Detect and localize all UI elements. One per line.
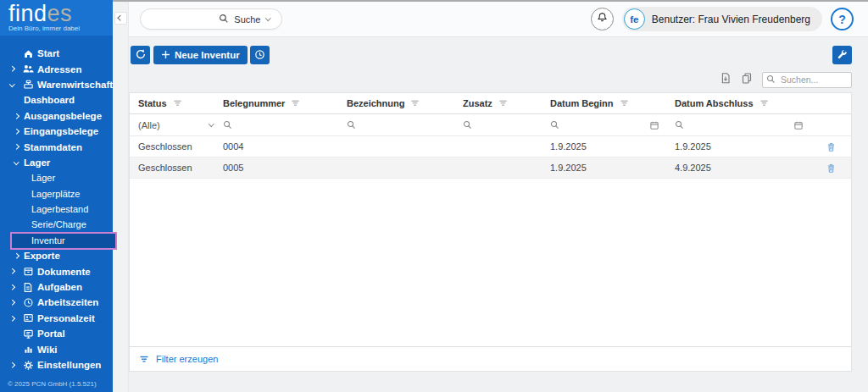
sidebar-item-adressen[interactable]: Adressen — [0, 61, 113, 76]
bezeichnung-filter-cell[interactable] — [338, 120, 454, 130]
export-button[interactable] — [720, 72, 732, 87]
cash-register-icon — [19, 79, 37, 90]
column-header-zusatz[interactable]: Zusatz — [454, 98, 542, 108]
status-filter-cell: (Alle) — [130, 120, 214, 130]
sidebar-item-aufgaben[interactable]: Aufgaben — [0, 279, 113, 295]
filter-icon[interactable] — [173, 99, 182, 108]
sidebar-item-label: Aufgaben — [37, 282, 82, 292]
chevron-right-icon — [5, 67, 19, 71]
chevron-right-icon — [5, 285, 19, 290]
plus-icon — [161, 50, 170, 61]
sidebar-item-lager[interactable]: Lager — [0, 155, 113, 170]
history-icon — [254, 49, 265, 62]
sidebar-item-label: Arbeitszeiten — [37, 297, 98, 307]
sidebar-item-warenwirtschaft[interactable]: Warenwirtschaft — [0, 77, 113, 92]
sidebar-item-serie-charge[interactable]: Serie/Charge — [0, 217, 113, 232]
search-icon — [766, 75, 776, 84]
sidebar-item-wiki[interactable]: Wiki — [0, 341, 113, 356]
chevron-right-icon — [5, 317, 19, 321]
history-button[interactable] — [250, 46, 270, 64]
column-chooser-button[interactable] — [741, 72, 753, 87]
delete-row-button[interactable] — [824, 140, 838, 154]
user-menu[interactable]: fe Benutzer: Frau Vivien Freudenberg — [622, 7, 822, 31]
zusatz-filter-cell[interactable] — [454, 120, 542, 130]
status-filter-select[interactable]: (Alle) — [138, 120, 214, 130]
sidebar-item-dokumente[interactable]: Dokumente — [0, 263, 113, 279]
sidebar-item-label: Eingangsbelege — [24, 126, 98, 136]
sidebar-item-inventur-active[interactable]: Inventur — [12, 234, 115, 248]
home-icon — [19, 48, 37, 59]
delete-row-button[interactable] — [824, 161, 838, 175]
sidebar-collapse-button[interactable] — [114, 12, 127, 25]
filter-icon[interactable] — [620, 99, 629, 108]
table-row[interactable]: Geschlossen 0005 1.9.2025 4.9.2025 — [130, 157, 851, 179]
sidebar-item-exporte[interactable]: Exporte — [0, 248, 113, 263]
sidebar-item-arbeitszeiten[interactable]: Arbeitszeiten — [0, 295, 113, 310]
sidebar-item-stammdaten[interactable]: Stammdaten — [0, 139, 113, 154]
calendar-icon[interactable] — [793, 120, 804, 130]
sidebar: findes Dein Büro, immer dabei Start Adre… — [0, 0, 113, 392]
content-area: Neue Inventur — [129, 37, 868, 392]
calendar-icon[interactable] — [649, 120, 659, 130]
main-column: Suche fe Benutzer: Frau Vivien Freudenbe… — [129, 2, 868, 392]
sidebar-item-ausgangsbelege[interactable]: Ausgangsbelege — [0, 108, 113, 124]
notifications-button[interactable] — [591, 8, 614, 30]
help-button[interactable]: ? — [831, 8, 854, 30]
sidebar-item-label: Lagerplätze — [31, 189, 81, 199]
sidebar-item-dashboard[interactable]: Dashboard — [0, 92, 113, 108]
filter-icon[interactable] — [410, 99, 420, 108]
cell-datum-beginn: 1.9.2025 — [542, 141, 666, 152]
global-search[interactable]: Suche — [140, 8, 282, 30]
filter-icon[interactable] — [498, 99, 508, 108]
cell-status: Geschlossen — [130, 141, 214, 152]
refresh-button[interactable] — [131, 46, 150, 64]
tools-button[interactable] — [832, 46, 852, 64]
logo-band: findes Dein Büro, immer dabei — [0, 0, 113, 36]
column-header-datum-beginn[interactable]: Datum Beginn — [542, 98, 666, 108]
sidebar-item-label: Warenwirtschaft — [37, 80, 113, 90]
chevron-down-icon — [8, 162, 24, 164]
topbar-right: fe Benutzer: Frau Vivien Freudenberg ? — [591, 7, 854, 31]
sidebar-item-lagerbestand[interactable]: Lagerbestand — [0, 202, 113, 217]
app-window: findes Dein Büro, immer dabei Start Adre… — [0, 0, 868, 392]
sidebar-item-label: Ausgangsbelege — [24, 111, 102, 121]
help-icon: ? — [838, 13, 846, 26]
new-inventur-button[interactable]: Neue Inventur — [153, 46, 248, 64]
export-icon — [720, 72, 732, 87]
sidebar-item-laeger[interactable]: Läger — [0, 170, 113, 185]
datum-abschluss-filter-cell[interactable] — [666, 120, 810, 130]
table-empty-space — [130, 179, 851, 346]
sidebar-item-portal[interactable]: Portal — [0, 326, 113, 341]
toolbar: Neue Inventur — [131, 46, 852, 64]
column-header-belegnummer[interactable]: Belegnummer — [214, 98, 338, 108]
sidebar-item-eingangsbelege[interactable]: Eingangsbelege — [0, 124, 113, 139]
sidebar-item-label: Lager — [24, 157, 50, 168]
cell-datum-abschluss: 1.9.2025 — [666, 141, 810, 152]
sidebar-item-lagerplaetze[interactable]: Lagerplätze — [0, 186, 113, 202]
column-header-bezeichnung[interactable]: Bezeichnung — [338, 98, 454, 108]
column-header-status[interactable]: Status — [130, 98, 214, 108]
table-header-row: Status Belegnummer Bezeichnung Zusa — [130, 93, 851, 114]
filter-search-icon — [463, 120, 472, 130]
trash-icon — [826, 141, 837, 152]
sidebar-item-einstellungen[interactable]: Einstellungen — [0, 357, 113, 373]
belegnummer-filter-cell[interactable] — [214, 120, 338, 130]
clock-icon — [19, 297, 37, 308]
sidebar-item-start[interactable]: Start — [0, 46, 113, 61]
filter-search-icon — [347, 120, 356, 130]
filter-icon[interactable] — [291, 99, 300, 108]
datum-beginn-filter-cell[interactable] — [542, 120, 666, 130]
sidebar-item-label: Dashboard — [24, 95, 75, 105]
chevron-right-icon — [8, 130, 24, 134]
sidebar-item-label: Personalzeit — [37, 313, 95, 323]
table-row[interactable]: Geschlossen 0004 1.9.2025 1.9.2025 — [130, 136, 851, 157]
chevron-down-icon — [5, 84, 19, 86]
column-header-datum-abschluss[interactable]: Datum Abschluss — [666, 98, 810, 108]
new-inventur-label: Neue Inventur — [175, 50, 240, 60]
sidebar-item-personalzeit[interactable]: Personalzeit — [0, 311, 113, 326]
logo-text-primary: find — [8, 1, 47, 26]
sidebar-item-label: Wiki — [37, 345, 58, 355]
filter-icon[interactable] — [760, 99, 769, 108]
create-filter-action[interactable]: Filter erzeugen — [130, 346, 851, 371]
chevron-down-icon — [265, 15, 270, 20]
